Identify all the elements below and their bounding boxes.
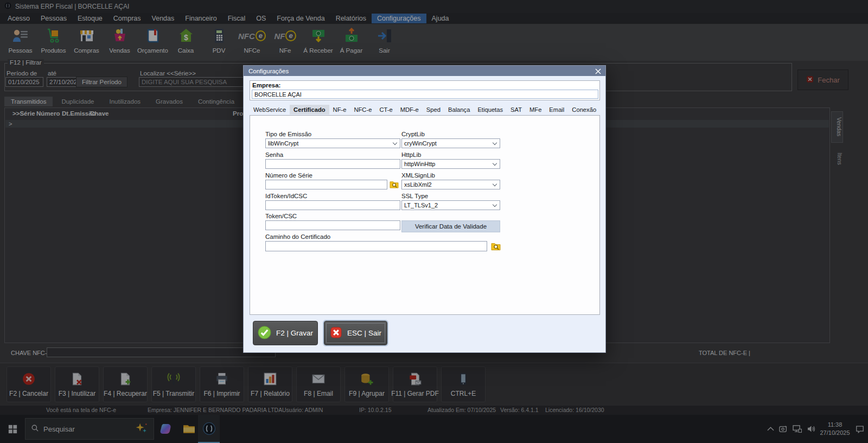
chevron-down-icon xyxy=(393,140,397,144)
dtab-cte[interactable]: CT-e xyxy=(375,105,396,115)
dtab-nfce[interactable]: NFC-e xyxy=(350,105,375,115)
httplib-label: HttpLib xyxy=(401,151,421,158)
chevron-down-icon xyxy=(493,202,497,206)
xmlsignlib-select[interactable]: xsLibXml2 xyxy=(401,180,500,189)
empresa-label: Empresa: xyxy=(252,82,280,88)
verificar-validade-button[interactable]: Verificar Data de Validade xyxy=(401,220,500,232)
ssltype-label: SSL Type xyxy=(401,193,428,199)
empresa-input[interactable] xyxy=(252,90,598,99)
screen: Sistema ERP Fiscal | BORCELLE AÇAI Acess… xyxy=(0,0,868,443)
gravar-button-label: F2 | Gravar xyxy=(276,329,313,337)
empresa-groupbox: Empresa: xyxy=(250,80,600,100)
cryptlib-select[interactable]: cryWinCrypt xyxy=(401,138,500,148)
folder-search-icon xyxy=(491,242,501,251)
chevron-down-icon xyxy=(493,181,497,186)
sair-button[interactable]: ESC | Sair xyxy=(324,321,387,345)
numero-serie-input[interactable] xyxy=(265,180,387,189)
dtab-sat[interactable]: SAT xyxy=(507,105,526,115)
chevron-down-icon xyxy=(493,161,497,165)
gravar-button[interactable]: F2 | Gravar xyxy=(253,321,318,345)
httplib-select[interactable]: httpWinHttp xyxy=(401,159,500,169)
dtab-webservice[interactable]: WebService xyxy=(250,105,290,115)
configuracoes-dialog: Configurações Empresa: WebService Certif… xyxy=(243,65,606,353)
dtab-sped[interactable]: Sped xyxy=(423,105,444,115)
dialog-title: Configurações xyxy=(248,68,289,74)
caminho-browse-button[interactable] xyxy=(491,242,501,251)
numero-serie-browse-button[interactable] xyxy=(389,180,399,189)
dialog-tab-strip: WebService Certificado NF-e NFC-e CT-e M… xyxy=(250,105,600,115)
dtab-nfe[interactable]: NF-e xyxy=(329,105,350,115)
chevron-down-icon xyxy=(493,140,497,144)
dtab-mfe[interactable]: MFe xyxy=(526,105,545,115)
x-icon xyxy=(330,326,342,340)
caminho-certificado-label: Caminho do Certificado xyxy=(265,233,330,240)
dtab-mdfe[interactable]: MDF-e xyxy=(397,105,423,115)
check-icon xyxy=(258,326,271,341)
numero-serie-label: Número de Série xyxy=(265,172,312,179)
token-input[interactable] xyxy=(265,220,400,230)
dtab-email[interactable]: Email xyxy=(545,105,568,115)
dtab-certificado[interactable]: Certificado xyxy=(290,105,329,115)
dtab-balanca[interactable]: Balança xyxy=(444,105,474,115)
ssltype-select[interactable]: LT_TLSv1_2 xyxy=(401,200,500,210)
dtab-etiquetas[interactable]: Etiquetas xyxy=(474,105,507,115)
xmlsignlib-label: XMLSignLib xyxy=(401,172,435,179)
idtoken-label: IdToken/IdCSC xyxy=(265,193,307,199)
dialog-close-icon[interactable] xyxy=(594,67,602,75)
sair-button-label: ESC | Sair xyxy=(347,329,381,337)
tipo-emissao-label: Tipo de Emissão xyxy=(265,131,311,137)
dtab-conexao[interactable]: Conexão xyxy=(568,105,600,115)
senha-input[interactable] xyxy=(265,159,400,169)
tipo-emissao-select[interactable]: libWinCrypt xyxy=(265,138,400,148)
caminho-certificado-input[interactable] xyxy=(265,241,487,251)
cryptlib-label: CryptLib xyxy=(401,131,425,137)
token-label: Token/CSC xyxy=(265,213,297,219)
senha-label: Senha xyxy=(265,151,283,158)
folder-search-icon xyxy=(390,180,399,188)
dialog-titlebar: Configurações xyxy=(244,66,605,76)
idtoken-input[interactable] xyxy=(265,200,400,210)
